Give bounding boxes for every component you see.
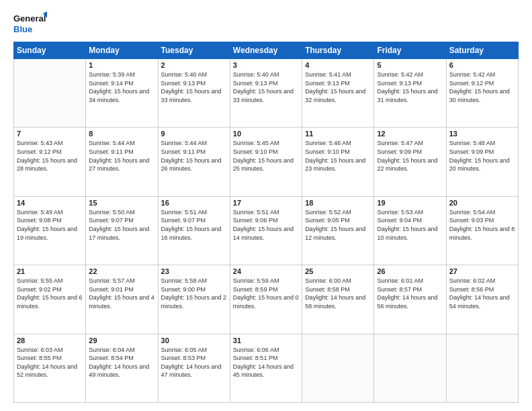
day-info: Sunrise: 5:52 AM Sunset: 9:05 PM Dayligh… (305, 208, 371, 242)
calendar-cell: 23 Sunrise: 5:58 AM Sunset: 9:00 PM Dayl… (158, 265, 230, 334)
calendar-cell: 26 Sunrise: 6:01 AM Sunset: 8:57 PM Dayl… (374, 265, 446, 334)
calendar-week-3: 14 Sunrise: 5:49 AM Sunset: 9:08 PM Dayl… (14, 196, 519, 265)
day-number: 11 (305, 130, 371, 138)
day-header-friday: Friday (374, 42, 446, 59)
calendar-cell: 14 Sunrise: 5:49 AM Sunset: 9:08 PM Dayl… (14, 196, 86, 265)
day-number: 30 (161, 336, 227, 345)
day-info: Sunrise: 5:48 AM Sunset: 9:09 PM Dayligh… (449, 139, 515, 173)
day-info: Sunrise: 5:57 AM Sunset: 9:01 PM Dayligh… (89, 277, 154, 310)
day-number: 5 (377, 61, 443, 69)
day-number: 24 (233, 267, 299, 275)
day-info: Sunrise: 5:58 AM Sunset: 9:00 PM Dayligh… (161, 277, 227, 310)
day-info: Sunrise: 5:44 AM Sunset: 9:11 PM Dayligh… (161, 139, 227, 173)
calendar-week-4: 21 Sunrise: 5:55 AM Sunset: 9:02 PM Dayl… (14, 265, 519, 334)
day-info: Sunrise: 5:39 AM Sunset: 9:14 PM Dayligh… (89, 71, 154, 104)
day-number: 3 (233, 61, 299, 69)
calendar-cell (374, 334, 446, 402)
day-info: Sunrise: 5:50 AM Sunset: 9:07 PM Dayligh… (89, 208, 154, 242)
day-header-saturday: Saturday (446, 42, 518, 59)
day-info: Sunrise: 5:45 AM Sunset: 9:10 PM Dayligh… (233, 139, 299, 173)
day-number: 15 (89, 199, 154, 207)
header: General Blue (13, 11, 519, 36)
day-number: 2 (161, 61, 227, 69)
day-number: 27 (449, 267, 515, 275)
day-info: Sunrise: 6:02 AM Sunset: 8:56 PM Dayligh… (449, 277, 515, 310)
day-number: 13 (449, 130, 515, 138)
day-header-sunday: Sunday (14, 42, 86, 59)
day-header-thursday: Thursday (302, 42, 374, 59)
day-header-monday: Monday (86, 42, 158, 59)
day-info: Sunrise: 5:41 AM Sunset: 9:13 PM Dayligh… (305, 71, 371, 104)
day-header-tuesday: Tuesday (158, 42, 230, 59)
calendar-cell: 4 Sunrise: 5:41 AM Sunset: 9:13 PM Dayli… (302, 59, 374, 128)
day-number: 9 (161, 130, 227, 138)
day-number: 7 (17, 130, 83, 138)
calendar-cell: 10 Sunrise: 5:45 AM Sunset: 9:10 PM Dayl… (230, 128, 302, 196)
calendar-cell: 9 Sunrise: 5:44 AM Sunset: 9:11 PM Dayli… (158, 128, 230, 196)
calendar-cell: 24 Sunrise: 5:59 AM Sunset: 8:59 PM Dayl… (230, 265, 302, 334)
day-number: 12 (377, 130, 443, 138)
calendar-cell: 31 Sunrise: 6:06 AM Sunset: 8:51 PM Dayl… (230, 334, 302, 402)
calendar-cell: 30 Sunrise: 6:05 AM Sunset: 8:53 PM Dayl… (158, 334, 230, 402)
calendar-cell: 20 Sunrise: 5:54 AM Sunset: 9:03 PM Dayl… (446, 196, 518, 265)
day-number: 25 (305, 267, 371, 275)
calendar-header-row: SundayMondayTuesdayWednesdayThursdayFrid… (14, 42, 519, 59)
day-info: Sunrise: 6:03 AM Sunset: 8:55 PM Dayligh… (17, 346, 83, 379)
svg-text:Blue: Blue (13, 24, 32, 34)
calendar-table: SundayMondayTuesdayWednesdayThursdayFrid… (13, 42, 519, 403)
calendar-cell: 12 Sunrise: 5:47 AM Sunset: 9:09 PM Dayl… (374, 128, 446, 196)
day-info: Sunrise: 6:04 AM Sunset: 8:54 PM Dayligh… (89, 346, 154, 379)
day-info: Sunrise: 6:06 AM Sunset: 8:51 PM Dayligh… (233, 346, 299, 379)
calendar-cell: 13 Sunrise: 5:48 AM Sunset: 9:09 PM Dayl… (446, 128, 518, 196)
calendar-cell: 2 Sunrise: 5:40 AM Sunset: 9:13 PM Dayli… (158, 59, 230, 128)
calendar-cell: 25 Sunrise: 6:00 AM Sunset: 8:58 PM Dayl… (302, 265, 374, 334)
calendar-cell: 5 Sunrise: 5:42 AM Sunset: 9:13 PM Dayli… (374, 59, 446, 128)
calendar-cell: 19 Sunrise: 5:53 AM Sunset: 9:04 PM Dayl… (374, 196, 446, 265)
day-info: Sunrise: 5:55 AM Sunset: 9:02 PM Dayligh… (17, 277, 83, 310)
day-number: 28 (17, 336, 83, 345)
day-info: Sunrise: 5:47 AM Sunset: 9:09 PM Dayligh… (377, 139, 443, 173)
logo: General Blue (13, 11, 47, 36)
day-info: Sunrise: 5:43 AM Sunset: 9:12 PM Dayligh… (17, 139, 83, 173)
day-number: 26 (377, 267, 443, 275)
calendar-cell (14, 59, 86, 128)
calendar-cell: 15 Sunrise: 5:50 AM Sunset: 9:07 PM Dayl… (86, 196, 158, 265)
calendar-cell: 6 Sunrise: 5:42 AM Sunset: 9:12 PM Dayli… (446, 59, 518, 128)
calendar-week-2: 7 Sunrise: 5:43 AM Sunset: 9:12 PM Dayli… (14, 128, 519, 196)
calendar-cell (446, 334, 518, 402)
day-info: Sunrise: 5:42 AM Sunset: 9:12 PM Dayligh… (449, 71, 515, 104)
logo-svg: General Blue (13, 11, 47, 36)
day-number: 18 (305, 199, 371, 207)
day-info: Sunrise: 6:00 AM Sunset: 8:58 PM Dayligh… (305, 277, 371, 310)
day-info: Sunrise: 5:51 AM Sunset: 9:06 PM Dayligh… (233, 208, 299, 242)
day-info: Sunrise: 5:54 AM Sunset: 9:03 PM Dayligh… (449, 208, 515, 242)
day-number: 17 (233, 199, 299, 207)
day-number: 23 (161, 267, 227, 275)
day-header-wednesday: Wednesday (230, 42, 302, 59)
day-number: 10 (233, 130, 299, 138)
day-info: Sunrise: 5:59 AM Sunset: 8:59 PM Dayligh… (233, 277, 299, 310)
calendar-cell: 11 Sunrise: 5:46 AM Sunset: 9:10 PM Dayl… (302, 128, 374, 196)
calendar-cell: 27 Sunrise: 6:02 AM Sunset: 8:56 PM Dayl… (446, 265, 518, 334)
day-number: 14 (17, 199, 83, 207)
day-info: Sunrise: 5:42 AM Sunset: 9:13 PM Dayligh… (377, 71, 443, 104)
calendar-cell (302, 334, 374, 402)
day-number: 19 (377, 199, 443, 207)
day-info: Sunrise: 6:01 AM Sunset: 8:57 PM Dayligh… (377, 277, 443, 310)
calendar-cell: 17 Sunrise: 5:51 AM Sunset: 9:06 PM Dayl… (230, 196, 302, 265)
day-number: 22 (89, 267, 154, 275)
day-number: 1 (89, 61, 154, 69)
day-info: Sunrise: 5:46 AM Sunset: 9:10 PM Dayligh… (305, 139, 371, 173)
day-number: 16 (161, 199, 227, 207)
day-info: Sunrise: 5:40 AM Sunset: 9:13 PM Dayligh… (161, 71, 227, 104)
calendar-cell: 8 Sunrise: 5:44 AM Sunset: 9:11 PM Dayli… (86, 128, 158, 196)
day-info: Sunrise: 5:49 AM Sunset: 9:08 PM Dayligh… (17, 208, 83, 242)
calendar-cell: 16 Sunrise: 5:51 AM Sunset: 9:07 PM Dayl… (158, 196, 230, 265)
calendar-cell: 21 Sunrise: 5:55 AM Sunset: 9:02 PM Dayl… (14, 265, 86, 334)
calendar-week-1: 1 Sunrise: 5:39 AM Sunset: 9:14 PM Dayli… (14, 59, 519, 128)
day-info: Sunrise: 6:05 AM Sunset: 8:53 PM Dayligh… (161, 346, 227, 379)
calendar-cell: 1 Sunrise: 5:39 AM Sunset: 9:14 PM Dayli… (86, 59, 158, 128)
calendar-cell: 29 Sunrise: 6:04 AM Sunset: 8:54 PM Dayl… (86, 334, 158, 402)
day-info: Sunrise: 5:51 AM Sunset: 9:07 PM Dayligh… (161, 208, 227, 242)
calendar-cell: 22 Sunrise: 5:57 AM Sunset: 9:01 PM Dayl… (86, 265, 158, 334)
